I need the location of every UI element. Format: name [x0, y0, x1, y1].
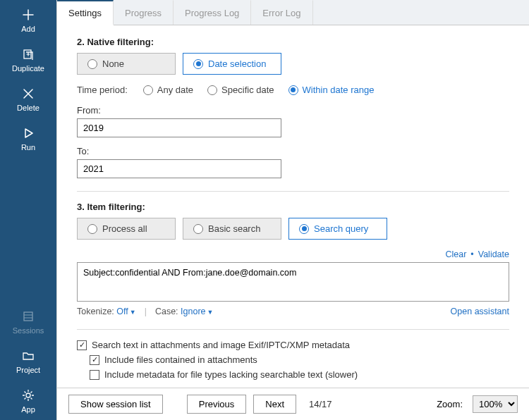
chevron-down-icon: ▼	[207, 309, 214, 316]
tab-label: Progress	[125, 8, 162, 18]
tab-label: Error Log	[262, 8, 300, 18]
option-label: Basic search	[208, 223, 260, 234]
tab-label: Settings	[68, 8, 102, 18]
sidebar-item-label: Duplicate	[12, 64, 44, 73]
native-filtering-options: None Date selection	[77, 53, 509, 75]
sidebar-item-label: App	[21, 405, 35, 414]
sidebar-item-label: Delete	[17, 104, 39, 112]
option-label: Search query	[314, 223, 368, 234]
next-button[interactable]: Next	[253, 395, 296, 414]
duplicate-icon	[20, 47, 36, 62]
radio-icon	[207, 85, 217, 95]
radio-icon	[193, 224, 203, 234]
tab-label: Progress Log	[185, 8, 239, 18]
option-label: Process all	[102, 223, 147, 234]
section-divider	[77, 191, 509, 192]
from-label: From:	[77, 105, 509, 116]
radio-specific-date[interactable]: Specific date	[207, 85, 274, 95]
tokenize-control[interactable]: Tokenize: Off▼	[77, 307, 136, 316]
check-label: Search text in attachments and image Exi…	[92, 340, 350, 350]
option-label: None	[102, 58, 124, 69]
to-input[interactable]	[77, 159, 281, 178]
search-options-group: ✓ Search text in attachments and image E…	[77, 340, 509, 380]
option-basic-search[interactable]: Basic search	[183, 218, 281, 240]
from-input[interactable]	[77, 118, 281, 137]
case-value: Ignore	[181, 307, 205, 316]
check-label: Include files contained in attachments	[104, 354, 257, 365]
open-assistant-link[interactable]: Open assistant	[451, 307, 509, 316]
search-query-input[interactable]	[77, 262, 509, 302]
gear-icon	[20, 388, 36, 403]
tab-errorlog[interactable]: Error Log	[251, 0, 312, 25]
checkbox-icon: ✓	[77, 340, 87, 350]
tab-progress[interactable]: Progress	[114, 0, 174, 25]
case-control[interactable]: Case: Ignore▼	[155, 307, 214, 316]
option-process-all[interactable]: Process all	[77, 218, 176, 240]
tokenize-label: Tokenize:	[77, 307, 114, 316]
folder-icon	[20, 348, 36, 364]
radio-within-range[interactable]: Within date range	[288, 85, 375, 95]
plus-icon	[20, 7, 36, 23]
radio-icon	[87, 224, 97, 234]
previous-button[interactable]: Previous	[187, 395, 247, 414]
radio-label: Specific date	[221, 85, 274, 95]
sidebar: Add Duplicate Delete Run	[0, 0, 56, 420]
tab-bar: Settings Progress Progress Log Error Log	[57, 0, 529, 25]
sidebar-item-project[interactable]: Project	[0, 341, 56, 381]
radio-icon	[87, 59, 97, 69]
time-period-label: Time period:	[77, 85, 128, 95]
sidebar-item-app[interactable]: App	[0, 381, 56, 420]
sidebar-item-sessions[interactable]: Sessions	[0, 302, 56, 341]
svg-rect-1	[24, 312, 32, 321]
tokenize-value: Off	[116, 307, 128, 316]
zoom-select[interactable]: 100%	[473, 395, 518, 413]
sessions-icon	[20, 309, 36, 324]
section-native-title: 2. Native filtering:	[77, 37, 509, 47]
radio-any-date[interactable]: Any date	[143, 85, 193, 95]
case-label: Case:	[155, 307, 178, 316]
sidebar-item-label: Sessions	[13, 326, 44, 335]
show-session-list-button[interactable]: Show session list	[68, 395, 163, 414]
dot-separator: •	[470, 249, 473, 259]
query-actions: Clear • Validate	[77, 249, 509, 259]
radio-icon	[288, 85, 298, 95]
item-filtering-options: Process all Basic search Search query	[77, 218, 509, 240]
time-period-row: Time period: Any date Specific date With…	[77, 85, 509, 95]
radio-icon	[299, 224, 309, 234]
tab-settings[interactable]: Settings	[57, 0, 114, 25]
radio-label: Any date	[157, 85, 193, 95]
zoom-label: Zoom:	[437, 399, 463, 409]
main-area: Settings Progress Progress Log Error Log…	[56, 0, 529, 420]
svg-point-2	[26, 393, 30, 397]
x-icon	[20, 86, 36, 101]
checkbox-icon: ✓	[90, 355, 99, 365]
radio-icon	[193, 59, 203, 69]
to-label: To:	[77, 146, 509, 156]
section-divider	[77, 329, 509, 330]
sidebar-item-duplicate[interactable]: Duplicate	[0, 39, 56, 79]
chevron-down-icon: ▼	[130, 309, 136, 316]
check-include-metadata[interactable]: ✓ Include metadata for file types lackin…	[90, 369, 509, 380]
play-icon	[20, 125, 36, 141]
check-search-attachments[interactable]: ✓ Search text in attachments and image E…	[77, 340, 509, 350]
footer-bar: Show session list Previous Next 14/17 Zo…	[57, 388, 529, 420]
clear-link[interactable]: Clear	[445, 249, 466, 259]
section-item-title: 3. Item filtering:	[77, 202, 509, 212]
sidebar-item-label: Run	[21, 143, 35, 152]
option-search-query[interactable]: Search query	[288, 218, 387, 240]
option-label: Date selection	[208, 58, 266, 69]
sidebar-item-delete[interactable]: Delete	[0, 79, 56, 118]
radio-label: Within date range	[303, 85, 375, 95]
sidebar-item-add[interactable]: Add	[0, 0, 56, 39]
sidebar-item-run[interactable]: Run	[0, 118, 56, 158]
validate-link[interactable]: Validate	[478, 249, 509, 259]
sidebar-item-label: Add	[21, 25, 35, 33]
check-include-files[interactable]: ✓ Include files contained in attachments	[90, 354, 509, 365]
sidebar-item-label: Project	[16, 366, 40, 374]
settings-content: 2. Native filtering: None Date selection…	[57, 25, 529, 388]
option-none[interactable]: None	[77, 53, 176, 75]
option-date-selection[interactable]: Date selection	[183, 53, 281, 75]
checkbox-icon: ✓	[90, 370, 99, 380]
tab-progresslog[interactable]: Progress Log	[174, 0, 251, 25]
radio-icon	[143, 85, 153, 95]
